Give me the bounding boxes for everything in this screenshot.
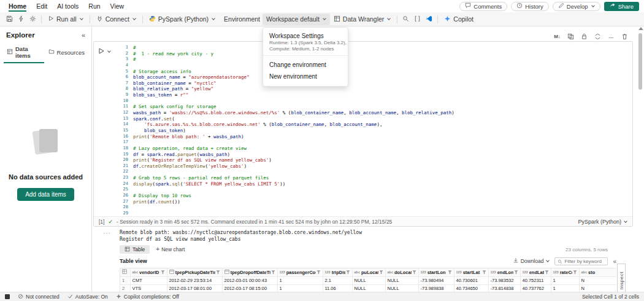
filter-icon[interactable] (347, 270, 350, 274)
code-line[interactable]: blob_account_name = "azureopendatastorag… (133, 74, 630, 80)
download-button[interactable]: Download (513, 257, 550, 265)
code-cell[interactable]: 1234567891011121314151617181920212223242… (93, 41, 633, 227)
filter-icon[interactable] (217, 270, 220, 274)
filter-icon[interactable] (272, 270, 275, 274)
code-line[interactable]: # Storage access info (133, 69, 630, 75)
column-header-tripDistance[interactable]: 123tripDistance (323, 268, 352, 276)
tab-resources[interactable]: Resources (45, 44, 88, 63)
column-header-endLon[interactable]: 123endLon (488, 268, 520, 276)
filter-icon[interactable] (317, 270, 321, 274)
code-line[interactable]: # Display top 10 rows (133, 193, 630, 199)
run-options-chevron[interactable] (107, 49, 111, 53)
table-cell[interactable]: 40.752311 (520, 276, 551, 284)
code-editor-lines[interactable]: ## 1 - read new york city - y# # Storage… (133, 45, 630, 217)
table-cell[interactable]: 2.1 (323, 276, 352, 284)
table-row[interactable]: 1CMT2012-02-29 23:53:142012-03-01 00:00:… (120, 276, 616, 284)
cell-language-selector[interactable]: PySpark (Python) (578, 219, 627, 225)
filter-icon[interactable] (573, 270, 577, 274)
column-header-passengerCount[interactable]: 123passengerCount (277, 268, 323, 276)
code-line[interactable]: wasbs_path = 'wasbs://%s@%s.blob.core.wi… (133, 110, 630, 116)
code-line[interactable]: df = spark.read.parquet(wasbs_path) (133, 152, 630, 158)
code-line[interactable]: # (133, 45, 630, 51)
code-line[interactable] (133, 63, 630, 69)
scrollbar-thumb[interactable] (638, 33, 642, 90)
history-button[interactable]: History (511, 2, 549, 11)
copilot-completions-status[interactable]: Copilot completions: Off (116, 294, 179, 300)
code-line[interactable]: print('Register df as SQL view named yel… (133, 157, 630, 163)
code-line[interactable] (133, 187, 630, 193)
language-selector[interactable]: PySpark (Python) (145, 14, 219, 25)
vertical-scrollbar[interactable] (638, 27, 643, 291)
table-cell[interactable]: N (579, 276, 616, 284)
scroll-up-arrow[interactable] (638, 27, 643, 30)
connect-button[interactable]: Connect (93, 14, 140, 25)
table-cell[interactable]: 40.730601 (454, 276, 488, 284)
filter-icon[interactable] (515, 270, 518, 274)
menu-home[interactable]: Home (4, 0, 31, 12)
code-line[interactable]: spark.conf.set( (133, 116, 630, 122)
code-line[interactable]: # Grab top 5 rows - partial read of parq… (133, 175, 630, 181)
table-cell[interactable]: NULL (385, 276, 418, 284)
code-line[interactable]: blob_relative_path = "yellow" (133, 86, 630, 92)
column-header-startLon[interactable]: 123startLon (418, 268, 454, 276)
open-vscode-button[interactable] (423, 14, 435, 25)
share-button[interactable]: Share (604, 2, 639, 11)
convert-markdown-button[interactable]: M↓ (553, 32, 562, 41)
code-line[interactable] (133, 139, 630, 146)
column-header-doLocationId[interactable]: abcdoLocationId (385, 268, 418, 276)
menu-ai-tools[interactable]: AI tools (52, 0, 83, 12)
menu-view[interactable]: View (105, 0, 129, 12)
code-line[interactable]: # (133, 57, 630, 63)
column-header-endLat[interactable]: 123endLat (520, 268, 551, 276)
table-cell[interactable]: 1 (551, 276, 579, 284)
collapse-results-button[interactable]: « (613, 258, 616, 265)
column-header-puLocationId[interactable]: abcpuLocationId (352, 268, 385, 276)
run-cell-button[interactable] (98, 46, 105, 57)
menu-item-new-environment[interactable]: New environment (263, 71, 348, 82)
table-cell[interactable]: -73.980494 (418, 276, 454, 284)
code-line[interactable]: blob_sas_token) (133, 128, 630, 134)
table-cell[interactable]: NULL (352, 276, 385, 284)
new-chart-button[interactable]: + New chart (156, 246, 185, 252)
code-line[interactable] (133, 205, 630, 211)
filter-icon[interactable] (545, 270, 549, 274)
menu-run[interactable]: Run (83, 0, 105, 12)
menu-item-change-environment[interactable]: Change environment (263, 59, 348, 71)
delete-cell-button[interactable] (620, 32, 629, 41)
workspace-selector[interactable]: Workspace default Workspace Settings Run… (263, 14, 330, 25)
code-line[interactable]: # Lazy operation, read data + create vie… (133, 146, 630, 152)
more-options-button[interactable]: … (607, 32, 616, 41)
code-line[interactable]: display(spark.sql('SELECT * FROM yellow_… (133, 181, 630, 187)
data-wrangler-button[interactable]: Data Wrangler (330, 14, 395, 25)
save-button[interactable] (4, 14, 15, 25)
filter-input[interactable] (564, 259, 605, 264)
table-cell[interactable]: 1 (277, 276, 323, 284)
code-line[interactable] (133, 169, 630, 175)
duplicate-cell-button[interactable] (566, 32, 575, 41)
code-line[interactable]: print('Remote blob path: ' + wasbs_path) (133, 134, 630, 140)
comments-button[interactable]: Comments (459, 2, 507, 11)
code-line[interactable] (133, 98, 630, 104)
column-header-tpepPickupDateTime[interactable]: tpepPickupDateTime (167, 268, 222, 276)
output-collapse-button[interactable]: ··· (103, 230, 111, 237)
column-header-tpepDropoffDateTime[interactable]: tpepDropoffDateTime (222, 268, 277, 276)
settings-button[interactable] (27, 14, 39, 25)
column-header-sto[interactable]: abcsto (579, 268, 616, 276)
code-line[interactable]: df.createOrReplaceTempView('yellow_cabs'… (133, 163, 630, 170)
code-line[interactable]: print(df.count()) (133, 199, 630, 205)
column-header-startLat[interactable]: 123startLat (454, 268, 488, 276)
code-line[interactable]: blob_container_name = "nyctlc" (133, 80, 630, 87)
filter-icon[interactable] (380, 270, 383, 274)
column-header-vendorID[interactable]: abcvendorID (130, 268, 167, 276)
table-cell[interactable]: -73.983532 (488, 276, 520, 284)
bolt-button[interactable] (15, 14, 27, 25)
table-cell[interactable]: CMT (130, 276, 167, 284)
collapse-explorer-button[interactable]: « (82, 31, 85, 39)
add-data-items-button[interactable]: Add data items (17, 188, 74, 201)
table-cell[interactable]: 2012-02-29 23:53:14 (167, 276, 222, 284)
code-line[interactable]: 'fs.azure.sas.%s.%s.blob.core.windows.ne… (133, 122, 630, 128)
menu-edit[interactable]: Edit (31, 0, 52, 12)
search-button[interactable] (400, 14, 412, 25)
tab-data-items[interactable]: Data items (4, 44, 44, 63)
code-line[interactable]: # Set spark config for storage (133, 104, 630, 110)
